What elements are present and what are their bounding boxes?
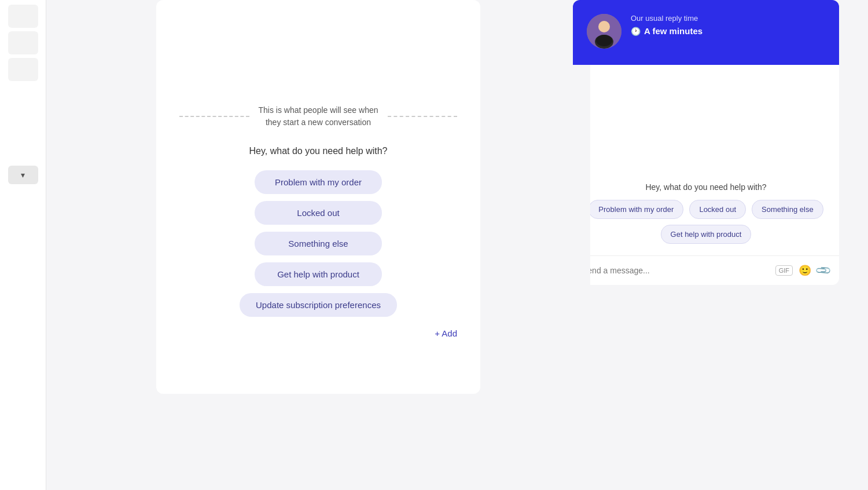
center-area: This is what people will see when they s… bbox=[46, 0, 590, 490]
preview-label-line2: they start a new conversation bbox=[266, 118, 371, 127]
preview-panel: This is what people will see when they s… bbox=[156, 0, 480, 394]
emoji-button[interactable]: 🙂 bbox=[799, 264, 811, 277]
chat-btn-order[interactable]: Problem with my order bbox=[255, 170, 382, 194]
widget-btn-order[interactable]: Problem with my order bbox=[589, 200, 683, 219]
sidebar-item-2[interactable] bbox=[8, 31, 38, 54]
widget-question: Hey, what do you need help with? bbox=[584, 182, 827, 192]
widget-reply-label: Our usual reply time bbox=[631, 14, 825, 23]
avatar bbox=[587, 14, 621, 49]
widget-header: Our usual reply time 🕐 A few minutes bbox=[573, 0, 839, 65]
chat-btn-subscription[interactable]: Update subscription preferences bbox=[240, 293, 397, 317]
svg-point-1 bbox=[598, 21, 610, 32]
widget-btn-product[interactable]: Get help with product bbox=[661, 225, 752, 244]
widget-message-input[interactable] bbox=[582, 266, 770, 275]
chat-question: Hey, what do you need help with? bbox=[249, 146, 388, 156]
widget-preview: Our usual reply time 🕐 A few minutes Hey… bbox=[573, 0, 839, 285]
chat-btn-product[interactable]: Get help with product bbox=[255, 262, 382, 286]
attach-icon[interactable]: 📎 bbox=[814, 261, 832, 279]
widget-reply-time-value: A few minutes bbox=[644, 26, 703, 36]
gif-button[interactable]: GIF bbox=[775, 265, 793, 276]
widget-btn-else[interactable]: Something else bbox=[752, 200, 823, 219]
chat-buttons-list: Problem with my order Locked out Somethi… bbox=[179, 170, 457, 317]
widget-reply-time: 🕐 A few minutes bbox=[631, 26, 825, 36]
widget-btn-locked[interactable]: Locked out bbox=[689, 200, 746, 219]
add-button[interactable]: + Add bbox=[435, 328, 457, 338]
widget-btn-grid: Problem with my order Locked out Somethi… bbox=[584, 200, 827, 244]
sidebar-item-1[interactable] bbox=[8, 5, 38, 28]
preview-label-row: This is what people will see when they s… bbox=[179, 104, 457, 129]
svg-point-3 bbox=[596, 35, 612, 46]
widget-body: Hey, what do you need help with? Problem… bbox=[573, 65, 839, 285]
preview-label-text: This is what people will see when they s… bbox=[259, 104, 378, 129]
widget-input-icons: GIF 🙂 📎 bbox=[775, 264, 830, 277]
sidebar-dropdown[interactable] bbox=[8, 166, 38, 184]
widget-header-text: Our usual reply time 🕐 A few minutes bbox=[631, 14, 825, 36]
clock-icon: 🕐 bbox=[631, 27, 641, 36]
sidebar-item-3[interactable] bbox=[8, 58, 38, 81]
right-area: Our usual reply time 🕐 A few minutes Hey… bbox=[590, 0, 868, 490]
widget-spacer bbox=[584, 76, 827, 182]
chat-btn-locked[interactable]: Locked out bbox=[255, 201, 382, 225]
chat-btn-else[interactable]: Something else bbox=[255, 232, 382, 255]
widget-input-bar: GIF 🙂 📎 bbox=[573, 255, 839, 285]
preview-label-line1: This is what people will see when bbox=[259, 105, 378, 115]
sidebar bbox=[0, 0, 46, 490]
